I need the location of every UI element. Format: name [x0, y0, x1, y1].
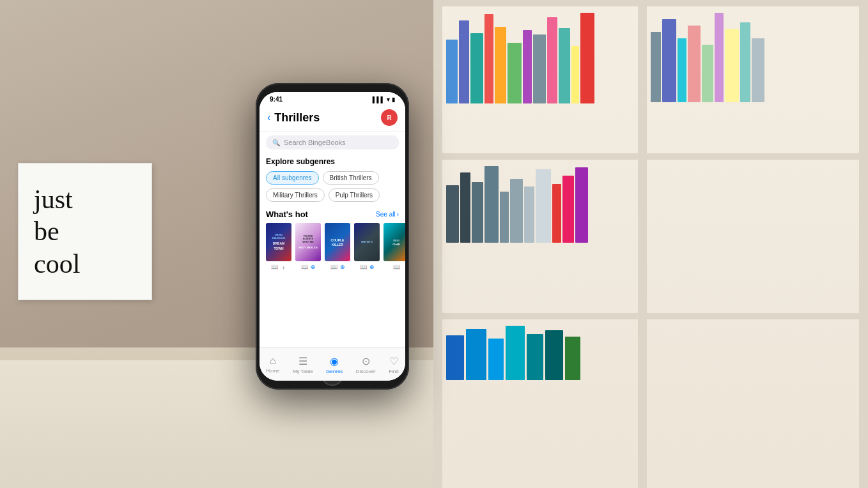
deco-book	[536, 169, 551, 243]
back-button[interactable]: ‹	[267, 112, 270, 123]
deco-book	[508, 43, 522, 103]
book-author-1b: BALDUCCI	[272, 237, 286, 240]
deco-book	[559, 28, 570, 103]
shelf-books-row1-right	[651, 13, 764, 102]
book-text-2: YOU'RE ALWAYS WITH ME ANDY MASLEN	[295, 223, 321, 261]
nav-discover[interactable]: ⊙ Discover	[356, 355, 376, 374]
book-actions-3: 📖 ⊕	[330, 264, 345, 270]
deco-book	[470, 33, 483, 103]
deco-book	[702, 45, 713, 102]
deco-book	[484, 166, 499, 243]
signal-icon: ▌▌▌	[373, 96, 385, 103]
book-cover-4: WAYNE S	[354, 223, 380, 261]
status-time: 9:41	[270, 96, 283, 103]
deco-book	[523, 30, 532, 103]
whats-hot-label: What's hot	[266, 210, 308, 219]
deco-book	[527, 334, 543, 380]
user-avatar[interactable]: R	[381, 109, 398, 126]
book-shelf-icon-3[interactable]: 📖	[330, 264, 337, 270]
book-cover-2: YOU'RE ALWAYS WITH ME ANDY MASLEN	[295, 223, 321, 261]
deco-book	[580, 13, 594, 103]
bottom-nav: ⌂ Home ☰ My Table ◉ Genres ⊙ Discover ♡	[260, 347, 405, 381]
shelf-divider-left	[433, 0, 442, 488]
deco-book	[571, 46, 579, 103]
chip-pulp-thrillers[interactable]: Pulp Thrillers	[329, 188, 380, 202]
table-nav-label: My Table	[293, 369, 313, 374]
nav-genres[interactable]: ◉ Genres	[326, 355, 343, 374]
chip-military-thrillers[interactable]: Military Thrillers	[266, 188, 325, 202]
deco-book	[510, 179, 523, 243]
search-placeholder: Search BingeBooks	[284, 139, 346, 146]
subgenres-section: Explore subgenres All subgenres British …	[260, 153, 405, 204]
nav-my-table[interactable]: ☰ My Table	[293, 355, 313, 374]
subgenres-title: Explore subgenres	[266, 157, 399, 166]
battery-icon: ▮	[392, 96, 395, 103]
sign-line3: cool	[34, 248, 80, 280]
avatar-initials: R	[387, 114, 391, 121]
sign-content: just be cool	[19, 164, 151, 300]
book-cover-3: COUPLE KILLER	[325, 223, 350, 261]
nav-home[interactable]: ⌂ Home	[266, 355, 279, 374]
deco-book	[460, 172, 470, 243]
search-icon: 🔍	[272, 139, 280, 146]
book-text-3: COUPLE KILLER	[325, 223, 350, 261]
book-add-icon-2[interactable]: ⊕	[311, 264, 316, 270]
shelf-books-row1-left	[446, 13, 594, 103]
search-bar[interactable]: 🔍 Search BingeBooks	[266, 135, 399, 149]
see-all-button[interactable]: See all ›	[376, 211, 399, 218]
deco-book	[552, 184, 561, 243]
deco-book	[484, 14, 493, 103]
discover-nav-label: Discover	[356, 369, 376, 374]
book-add-icon-3[interactable]: ⊕	[340, 264, 345, 270]
table-nav-icon: ☰	[298, 355, 307, 367]
book-text-5: ELUI CHAR	[384, 223, 405, 261]
deco-book	[688, 26, 701, 102]
book-item-1[interactable]: DAVID BALDUCCI DREAM TOWN 📖 ＋	[266, 223, 291, 272]
sign-line2: be	[34, 215, 59, 247]
book-shelf-icon-2[interactable]: 📖	[301, 264, 308, 270]
book-actions-5: 📖	[393, 264, 400, 270]
book-add-icon-1[interactable]: ＋	[281, 264, 286, 272]
book-text-4: WAYNE S	[354, 223, 380, 261]
book-add-icon-4[interactable]: ⊕	[369, 264, 375, 270]
book-shelf-icon-5[interactable]: 📖	[393, 264, 400, 270]
chip-british-thrillers[interactable]: British Thrillers	[323, 171, 379, 185]
deco-book	[752, 38, 764, 102]
genres-nav-label: Genres	[326, 369, 343, 374]
deco-book	[524, 187, 534, 243]
discover-nav-icon: ⊙	[362, 355, 370, 367]
page-title: Thrillers	[274, 111, 320, 125]
deco-book	[725, 29, 739, 102]
nav-find[interactable]: ♡ Find	[389, 355, 399, 374]
book-title-1: DREAM	[273, 242, 284, 246]
deco-book	[472, 182, 483, 243]
deco-book	[740, 22, 750, 102]
books-row: DAVID BALDUCCI DREAM TOWN 📖 ＋	[260, 223, 405, 277]
shelf-divider-mid	[638, 0, 647, 488]
wall-sign: just be cool	[18, 163, 152, 300]
book-item-2[interactable]: YOU'RE ALWAYS WITH ME ANDY MASLEN 📖 ⊕	[295, 223, 321, 272]
deco-book	[533, 34, 546, 103]
book-item-4[interactable]: WAYNE S 📖 ⊕	[354, 223, 380, 272]
book-author-2c: WITH ME	[302, 241, 313, 244]
book-shelf-icon-1[interactable]: 📖	[271, 264, 278, 272]
book-cover-5: ELUI CHAR	[384, 223, 405, 261]
status-bar: 9:41 ▌▌▌ ▾ ▮	[260, 92, 405, 105]
chevron-right-icon: ›	[397, 211, 399, 218]
book-item-3[interactable]: COUPLE KILLER 📖 ⊕	[325, 223, 350, 272]
header-left: ‹ Thrillers	[267, 111, 320, 125]
deco-book	[565, 337, 580, 380]
book-title-3b: KILLER	[332, 243, 343, 247]
shelf-books-row2	[446, 166, 588, 243]
deco-book	[545, 330, 563, 380]
shelf-mid2	[433, 313, 868, 319]
deco-book	[459, 20, 469, 103]
chip-all-subgenres[interactable]: All subgenres	[266, 171, 319, 185]
deco-book	[446, 185, 459, 243]
genres-nav-icon: ◉	[330, 355, 339, 367]
whats-hot-header: What's hot See all ›	[260, 204, 405, 223]
book-shelf-icon-4[interactable]: 📖	[360, 264, 367, 270]
book-actions-4: 📖 ⊕	[360, 264, 375, 270]
book-item-5[interactable]: ELUI CHAR 📖	[384, 223, 405, 272]
deco-book	[651, 32, 661, 102]
